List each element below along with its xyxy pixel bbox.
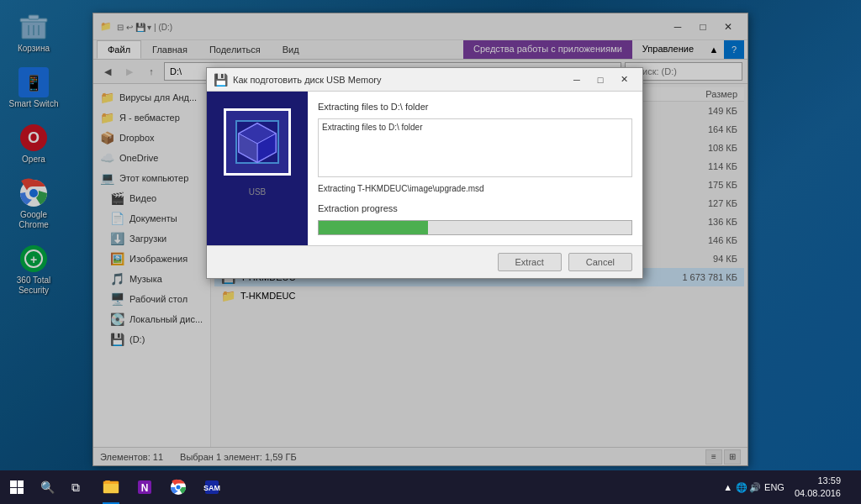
log-entry: Extracting files to D:\ folder — [322, 123, 628, 132]
usb-icon-box — [224, 108, 291, 176]
dialog-left-panel: USB — [207, 92, 308, 245]
taskbar-app-samsung[interactable]: SAM — [195, 470, 229, 504]
tray-language-indicator: ENG — [763, 482, 786, 492]
svg-text:N: N — [141, 482, 149, 494]
desktop: Корзина 📱 Smart Switch O Opera — [0, 0, 861, 504]
progress-bar-fill — [319, 221, 428, 234]
extraction-destination: Extracting files to D:\ folder — [318, 102, 632, 112]
svg-rect-22 — [103, 484, 119, 493]
task-view-button[interactable]: ⧉ — [61, 470, 91, 504]
dialog-title-text: Как подготовить диск USB Memory — [233, 75, 565, 85]
taskbar-apps-area: N SAM — [91, 470, 723, 504]
cancel-button[interactable]: Cancel — [568, 253, 632, 271]
dialog-footer: Extract Cancel — [207, 245, 642, 278]
extraction-progress-bar — [318, 220, 632, 235]
dialog-title-bar: 💾 Как подготовить диск USB Memory ─ □ ✕ — [207, 68, 642, 92]
extract-button[interactable]: Extract — [498, 253, 562, 271]
dialog-body: USB Extracting files to D:\ folder Extra… — [207, 92, 642, 245]
svg-text:SAM: SAM — [203, 484, 220, 492]
extraction-current-file: Extracting T-HKMDEUC\image\upgrade.msd — [318, 184, 632, 193]
tray-icons-area: ▲ 🌐 🔊 ENG — [723, 482, 786, 493]
dialog-window-controls: ─ □ ✕ — [565, 69, 636, 91]
tray-volume-icon[interactable]: 🔊 — [749, 482, 761, 493]
extraction-progress-label: Extraction progress — [318, 203, 632, 213]
dialog-minimize-button[interactable]: ─ — [565, 69, 589, 91]
svg-point-28 — [177, 486, 181, 490]
tray-network-icon: 🌐 — [736, 482, 747, 493]
start-button[interactable] — [0, 470, 34, 504]
taskbar-app-explorer[interactable] — [94, 470, 128, 504]
usb-label: USB — [249, 184, 267, 197]
dialog-icon: 💾 — [214, 73, 228, 87]
usb-dialog: 💾 Как подготовить диск USB Memory ─ □ ✕ — [206, 67, 643, 279]
dialog-right-panel: Extracting files to D:\ folder Extractin… — [308, 92, 642, 245]
taskbar: 🔍 ⧉ N — [0, 470, 861, 504]
svg-rect-23 — [105, 480, 110, 484]
tray-date-value: 04.08.2016 — [795, 487, 841, 500]
tray-show-hidden-button[interactable]: ▲ — [723, 482, 732, 492]
taskbar-app-chrome[interactable] — [161, 470, 195, 504]
tray-time-value: 13:59 — [795, 475, 841, 487]
windows-logo-icon — [10, 480, 24, 494]
dialog-close-button[interactable]: ✕ — [612, 69, 636, 91]
taskbar-search-button[interactable]: 🔍 — [34, 470, 61, 504]
taskbar-tray: ▲ 🌐 🔊 ENG 13:59 04.08.2016 — [723, 475, 861, 501]
extraction-log: Extracting files to D:\ folder — [318, 118, 632, 177]
tray-clock[interactable]: 13:59 04.08.2016 — [790, 475, 846, 501]
dialog-maximize-button[interactable]: □ — [589, 69, 612, 91]
taskbar-app-onenote[interactable]: N — [128, 470, 161, 504]
